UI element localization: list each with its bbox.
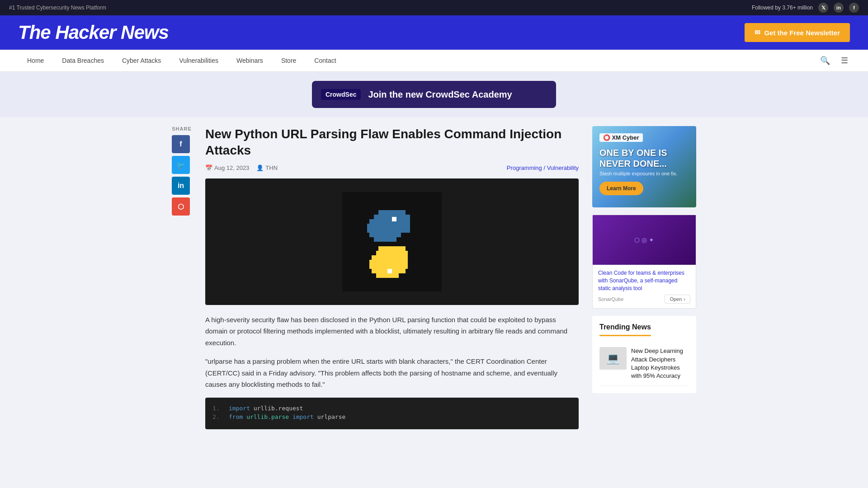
menu-button[interactable]: ☰ <box>839 54 850 67</box>
crowdsec-logo: CrowdSec <box>321 89 361 100</box>
article-body-1: A high-severity security flaw has been d… <box>205 314 579 349</box>
trending-item-title: New Deep Learning Attack Deciphers Lapto… <box>631 347 689 380</box>
article-title: New Python URL Parsing Flaw Enables Comm… <box>205 126 579 159</box>
svg-rect-3 <box>369 219 410 224</box>
svg-rect-13 <box>369 264 408 269</box>
banner-text: Join the new CrowdSec Academy <box>368 89 512 100</box>
article-author: 👤 THN <box>256 164 278 171</box>
sonarqube-ad-footer: SonarQube Open › <box>598 295 690 304</box>
xmcyber-learn-more-button[interactable]: Learn More <box>599 182 643 195</box>
nav-home[interactable]: Home <box>18 50 53 71</box>
share-facebook-button[interactable]: f <box>172 135 190 153</box>
top-bar-right: Followed by 3.76+ million 𝕏 in f <box>752 3 859 13</box>
nav-vulnerabilities[interactable]: Vulnerabilities <box>170 50 227 71</box>
trending-title: Trending News <box>599 323 651 336</box>
xmcyber-ad-content: ⭕ XM Cyber ONE BY ONE IS NEVER DONE... S… <box>592 126 696 207</box>
line-number: 2. <box>212 413 222 420</box>
code-line-1: 1. import urllib.request <box>212 405 571 412</box>
site-title[interactable]: The Hacker News <box>18 22 169 43</box>
sonarqube-ad-text: Clean Code for teams & enterprises with … <box>598 269 690 292</box>
sonarqube-brand: SonarQube <box>598 296 623 302</box>
trending-item[interactable]: 💻 New Deep Learning Attack Deciphers Lap… <box>599 342 689 386</box>
banner-container: CrowdSec Join the new CrowdSec Academy <box>0 72 868 117</box>
site-header: The Hacker News ✉ Get the Free Newslette… <box>0 15 868 50</box>
top-bar: #1 Trusted Cybersecurity News Platform F… <box>0 0 868 15</box>
person-icon: 👤 <box>256 164 264 171</box>
chevron-right-icon: › <box>684 296 685 302</box>
article-date: 📅 Aug 12, 2023 <box>205 164 249 171</box>
share-more-button[interactable]: ⬡ <box>172 197 190 216</box>
linkedin-icon[interactable]: in <box>834 3 844 13</box>
svg-rect-16 <box>387 269 392 273</box>
article-body-2: "urlparse has a parsing problem when the… <box>205 356 579 390</box>
sonarqube-open-button[interactable]: Open › <box>665 295 690 304</box>
nav-data-breaches[interactable]: Data Breaches <box>53 50 113 71</box>
xmcyber-headline: ONE BY ONE IS NEVER DONE... <box>599 147 689 169</box>
svg-rect-7 <box>374 237 396 242</box>
nav-icons: 🔍 ☰ <box>818 54 850 67</box>
main-layout: SHARE f 🐦 in ⬡ New Python URL Parsing Fl… <box>163 117 705 438</box>
nav-webinars[interactable]: Webinars <box>227 50 272 71</box>
article-meta: 📅 Aug 12, 2023 👤 THN Programming / Vulne… <box>205 164 579 171</box>
right-sidebar: ⭕ XM Cyber ONE BY ONE IS NEVER DONE... S… <box>592 126 696 429</box>
svg-rect-9 <box>378 246 406 251</box>
nav-cyber-attacks[interactable]: Cyber Attacks <box>113 50 170 71</box>
xmcyber-ad[interactable]: ⭕ XM Cyber ONE BY ONE IS NEVER DONE... S… <box>592 126 696 207</box>
sonarqube-open-label: Open <box>670 296 682 302</box>
code-text: import urllib.request <box>229 405 303 412</box>
facebook-icon[interactable]: f <box>849 3 859 13</box>
nav-contact[interactable]: Contact <box>305 50 345 71</box>
svg-rect-8 <box>392 217 396 221</box>
svg-rect-15 <box>376 273 399 278</box>
code-block: 1. import urllib.request 2. from urllib.… <box>205 398 579 429</box>
article-categories[interactable]: Programming / Vulnerability <box>507 164 579 171</box>
search-button[interactable]: 🔍 <box>818 54 832 67</box>
newsletter-button[interactable]: ✉ Get the Free Newsletter <box>745 23 850 42</box>
code-text: from urllib.parse import urlparse <box>229 413 345 420</box>
svg-rect-6 <box>369 233 401 237</box>
sonarqube-ad-content: Clean Code for teams & enterprises with … <box>593 265 696 308</box>
share-linkedin-button[interactable]: in <box>172 177 190 195</box>
svg-rect-5 <box>367 228 410 233</box>
twitter-icon[interactable]: 𝕏 <box>818 3 828 13</box>
svg-rect-10 <box>376 251 408 255</box>
share-label: SHARE <box>172 126 192 131</box>
svg-rect-12 <box>369 260 408 264</box>
article-hero-image <box>205 178 579 305</box>
article-main: New Python URL Parsing Flaw Enables Comm… <box>205 126 579 429</box>
share-twitter-button[interactable]: 🐦 <box>172 156 190 174</box>
xmcyber-sub: Slash multiple exposures in one fix. <box>599 171 689 176</box>
trending-section: Trending News 💻 New Deep Learning Attack… <box>592 316 696 393</box>
xmcyber-brand: ⭕ XM Cyber <box>599 133 643 142</box>
python-logo-svg <box>342 192 442 291</box>
share-sidebar: SHARE f 🐦 in ⬡ <box>172 126 192 429</box>
svg-rect-4 <box>367 224 410 228</box>
sonarqube-ad-visual: ⬡ ◎ ✦ <box>593 215 696 265</box>
article-meta-left: 📅 Aug 12, 2023 👤 THN <box>205 164 278 171</box>
sonarqube-ad-link[interactable]: Clean Code for teams & enterprises with … <box>598 270 684 291</box>
sonarqube-decorative: ⬡ ◎ ✦ <box>634 236 654 244</box>
followers-text: Followed by 3.76+ million <box>752 5 813 11</box>
line-number: 1. <box>212 405 222 412</box>
envelope-icon: ✉ <box>755 28 760 37</box>
sonarqube-ad[interactable]: ⬡ ◎ ✦ Clean Code for teams & enterprises… <box>592 215 696 309</box>
main-nav: Home Data Breaches Cyber Attacks Vulnera… <box>0 50 868 72</box>
banner-ad[interactable]: CrowdSec Join the new CrowdSec Academy <box>312 81 556 108</box>
nav-store[interactable]: Store <box>272 50 305 71</box>
svg-rect-11 <box>372 255 408 260</box>
calendar-icon: 📅 <box>205 164 212 171</box>
code-line-2: 2. from urllib.parse import urlparse <box>212 413 571 420</box>
svg-rect-1 <box>378 210 406 215</box>
tagline: #1 Trusted Cybersecurity News Platform <box>9 5 106 11</box>
newsletter-btn-label: Get the Free Newsletter <box>764 29 840 37</box>
trending-thumbnail: 💻 <box>599 347 627 370</box>
nav-links: Home Data Breaches Cyber Attacks Vulnera… <box>18 50 345 71</box>
